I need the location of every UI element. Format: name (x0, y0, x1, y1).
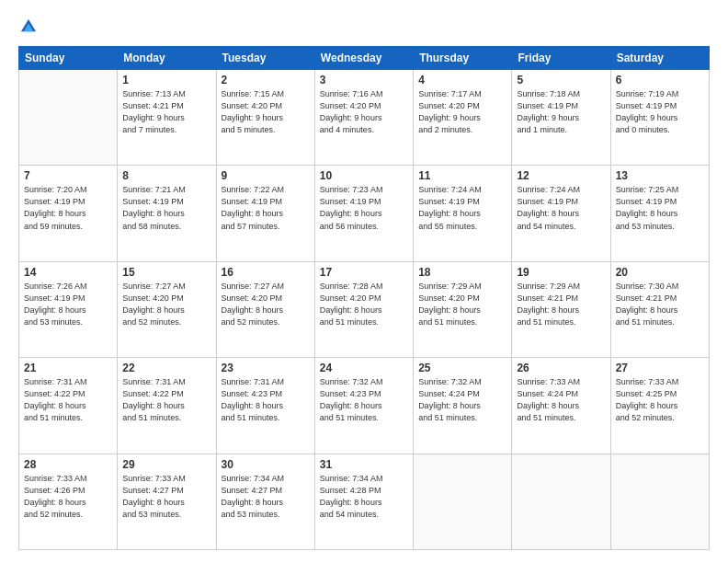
day-number: 17 (320, 266, 408, 279)
day-number: 23 (222, 362, 310, 374)
page: SundayMondayTuesdayWednesdayThursdayFrid… (0, 0, 728, 563)
day-number: 11 (418, 169, 506, 182)
day-info: Sunrise: 7:29 AM Sunset: 4:20 PM Dayligh… (418, 281, 506, 328)
calendar-cell: 29Sunrise: 7:33 AM Sunset: 4:27 PM Dayli… (118, 454, 216, 549)
calendar-cell: 14Sunrise: 7:26 AM Sunset: 4:19 PM Dayli… (19, 261, 118, 357)
calendar-week-row: 28Sunrise: 7:33 AM Sunset: 4:26 PM Dayli… (19, 454, 710, 549)
calendar-cell: 3Sunrise: 7:16 AM Sunset: 4:20 PM Daylig… (314, 70, 413, 166)
calendar-table: SundayMondayTuesdayWednesdayThursdayFrid… (18, 46, 710, 550)
day-info: Sunrise: 7:31 AM Sunset: 4:22 PM Dayligh… (122, 376, 210, 424)
day-number: 18 (418, 266, 506, 279)
day-info: Sunrise: 7:33 AM Sunset: 4:25 PM Dayligh… (616, 376, 704, 424)
day-number: 19 (517, 266, 605, 279)
day-info: Sunrise: 7:32 AM Sunset: 4:24 PM Dayligh… (418, 376, 506, 424)
day-number: 9 (222, 169, 310, 182)
day-info: Sunrise: 7:33 AM Sunset: 4:24 PM Dayligh… (517, 376, 605, 424)
calendar-cell: 9Sunrise: 7:22 AM Sunset: 4:19 PM Daylig… (216, 166, 314, 261)
calendar-cell: 31Sunrise: 7:34 AM Sunset: 4:28 PM Dayli… (314, 454, 413, 549)
day-number: 28 (24, 458, 112, 471)
day-number: 26 (517, 362, 605, 374)
day-number: 29 (122, 458, 210, 471)
day-info: Sunrise: 7:33 AM Sunset: 4:26 PM Dayligh… (24, 473, 112, 521)
day-info: Sunrise: 7:30 AM Sunset: 4:21 PM Dayligh… (616, 281, 704, 328)
day-info: Sunrise: 7:17 AM Sunset: 4:20 PM Dayligh… (418, 88, 506, 136)
calendar-cell (414, 454, 512, 549)
calendar-cell: 23Sunrise: 7:31 AM Sunset: 4:23 PM Dayli… (216, 358, 314, 454)
calendar-cell (19, 70, 118, 166)
day-number: 5 (517, 74, 605, 86)
weekday-header-thursday: Thursday (414, 47, 512, 70)
calendar-cell: 21Sunrise: 7:31 AM Sunset: 4:22 PM Dayli… (19, 358, 118, 454)
calendar-cell: 13Sunrise: 7:25 AM Sunset: 4:19 PM Dayli… (610, 166, 709, 261)
day-number: 31 (320, 458, 408, 471)
calendar-week-row: 21Sunrise: 7:31 AM Sunset: 4:22 PM Dayli… (19, 358, 710, 454)
calendar-cell: 15Sunrise: 7:27 AM Sunset: 4:20 PM Dayli… (118, 261, 216, 357)
calendar-cell: 17Sunrise: 7:28 AM Sunset: 4:20 PM Dayli… (314, 261, 413, 357)
calendar-cell: 18Sunrise: 7:29 AM Sunset: 4:20 PM Dayli… (414, 261, 512, 357)
day-number: 14 (24, 266, 112, 279)
logo (18, 17, 42, 37)
day-info: Sunrise: 7:29 AM Sunset: 4:21 PM Dayligh… (517, 281, 605, 328)
weekday-header-monday: Monday (118, 47, 216, 70)
day-info: Sunrise: 7:25 AM Sunset: 4:19 PM Dayligh… (616, 184, 704, 232)
day-number: 2 (222, 74, 310, 86)
day-info: Sunrise: 7:27 AM Sunset: 4:20 PM Dayligh… (222, 281, 310, 328)
weekday-header-saturday: Saturday (610, 47, 709, 70)
calendar-cell: 1Sunrise: 7:13 AM Sunset: 4:21 PM Daylig… (118, 70, 216, 166)
day-info: Sunrise: 7:19 AM Sunset: 4:19 PM Dayligh… (616, 88, 704, 136)
day-number: 27 (616, 362, 704, 374)
day-info: Sunrise: 7:22 AM Sunset: 4:19 PM Dayligh… (222, 184, 310, 232)
logo-icon (18, 17, 39, 37)
day-info: Sunrise: 7:33 AM Sunset: 4:27 PM Dayligh… (122, 473, 210, 521)
day-info: Sunrise: 7:34 AM Sunset: 4:27 PM Dayligh… (222, 473, 310, 521)
day-info: Sunrise: 7:31 AM Sunset: 4:22 PM Dayligh… (24, 376, 112, 424)
calendar-cell: 26Sunrise: 7:33 AM Sunset: 4:24 PM Dayli… (512, 358, 610, 454)
day-info: Sunrise: 7:13 AM Sunset: 4:21 PM Dayligh… (122, 88, 210, 136)
day-info: Sunrise: 7:28 AM Sunset: 4:20 PM Dayligh… (320, 281, 408, 328)
day-info: Sunrise: 7:15 AM Sunset: 4:20 PM Dayligh… (222, 88, 310, 136)
day-number: 1 (122, 74, 210, 86)
calendar-cell: 12Sunrise: 7:24 AM Sunset: 4:19 PM Dayli… (512, 166, 610, 261)
day-info: Sunrise: 7:32 AM Sunset: 4:23 PM Dayligh… (320, 376, 408, 424)
day-number: 12 (517, 169, 605, 182)
day-info: Sunrise: 7:34 AM Sunset: 4:28 PM Dayligh… (320, 473, 408, 521)
day-info: Sunrise: 7:24 AM Sunset: 4:19 PM Dayligh… (517, 184, 605, 232)
day-number: 25 (418, 362, 506, 374)
calendar-cell: 4Sunrise: 7:17 AM Sunset: 4:20 PM Daylig… (414, 70, 512, 166)
weekday-header-row: SundayMondayTuesdayWednesdayThursdayFrid… (19, 47, 710, 70)
day-info: Sunrise: 7:26 AM Sunset: 4:19 PM Dayligh… (24, 281, 112, 328)
day-number: 10 (320, 169, 408, 182)
day-info: Sunrise: 7:21 AM Sunset: 4:19 PM Dayligh… (122, 184, 210, 232)
header (18, 17, 710, 37)
weekday-header-tuesday: Tuesday (216, 47, 314, 70)
calendar-cell: 22Sunrise: 7:31 AM Sunset: 4:22 PM Dayli… (118, 358, 216, 454)
calendar-cell: 27Sunrise: 7:33 AM Sunset: 4:25 PM Dayli… (610, 358, 709, 454)
day-number: 21 (24, 362, 112, 374)
day-number: 3 (320, 74, 408, 86)
weekday-header-friday: Friday (512, 47, 610, 70)
calendar-cell: 28Sunrise: 7:33 AM Sunset: 4:26 PM Dayli… (19, 454, 118, 549)
calendar-cell (610, 454, 709, 549)
calendar-cell: 11Sunrise: 7:24 AM Sunset: 4:19 PM Dayli… (414, 166, 512, 261)
day-info: Sunrise: 7:27 AM Sunset: 4:20 PM Dayligh… (122, 281, 210, 328)
calendar-cell: 19Sunrise: 7:29 AM Sunset: 4:21 PM Dayli… (512, 261, 610, 357)
calendar-week-row: 14Sunrise: 7:26 AM Sunset: 4:19 PM Dayli… (19, 261, 710, 357)
calendar-cell: 10Sunrise: 7:23 AM Sunset: 4:19 PM Dayli… (314, 166, 413, 261)
calendar-cell: 7Sunrise: 7:20 AM Sunset: 4:19 PM Daylig… (19, 166, 118, 261)
calendar-cell: 24Sunrise: 7:32 AM Sunset: 4:23 PM Dayli… (314, 358, 413, 454)
day-number: 20 (616, 266, 704, 279)
day-info: Sunrise: 7:31 AM Sunset: 4:23 PM Dayligh… (222, 376, 310, 424)
calendar-cell: 2Sunrise: 7:15 AM Sunset: 4:20 PM Daylig… (216, 70, 314, 166)
calendar-cell: 20Sunrise: 7:30 AM Sunset: 4:21 PM Dayli… (610, 261, 709, 357)
calendar-week-row: 1Sunrise: 7:13 AM Sunset: 4:21 PM Daylig… (19, 70, 710, 166)
calendar-week-row: 7Sunrise: 7:20 AM Sunset: 4:19 PM Daylig… (19, 166, 710, 261)
calendar-cell: 6Sunrise: 7:19 AM Sunset: 4:19 PM Daylig… (610, 70, 709, 166)
day-number: 30 (222, 458, 310, 471)
calendar-cell: 30Sunrise: 7:34 AM Sunset: 4:27 PM Dayli… (216, 454, 314, 549)
day-number: 15 (122, 266, 210, 279)
day-number: 13 (616, 169, 704, 182)
day-number: 8 (122, 169, 210, 182)
calendar-cell: 16Sunrise: 7:27 AM Sunset: 4:20 PM Dayli… (216, 261, 314, 357)
weekday-header-sunday: Sunday (19, 47, 118, 70)
day-number: 4 (418, 74, 506, 86)
